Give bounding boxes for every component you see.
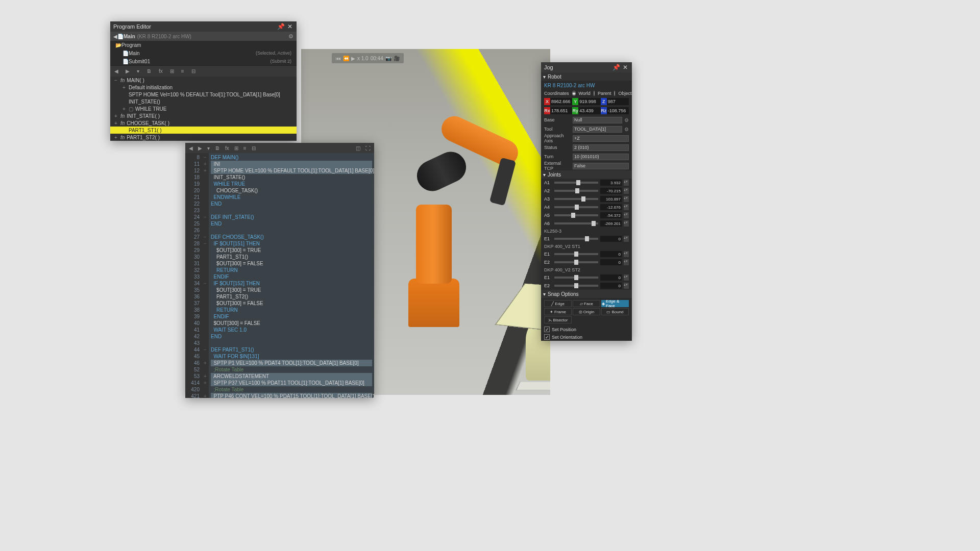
stepper-icon[interactable]: ▴▾ (624, 220, 629, 227)
joint-slider[interactable] (554, 238, 598, 240)
play-icon[interactable]: ▶ (351, 56, 355, 61)
nav-fwd-icon[interactable]: ▶ (124, 67, 132, 75)
program-subheader[interactable]: ◀ 📄 Main (KR 8 R2100-2 arc HW) ⚙ (110, 32, 297, 41)
pin-icon[interactable]: 📌 (612, 64, 620, 71)
joint-value[interactable]: 0 (600, 259, 622, 265)
joint-slider[interactable] (554, 253, 598, 255)
step-back-icon[interactable]: ⏪ (343, 56, 349, 61)
rewind-icon[interactable]: ⏮ (336, 56, 341, 61)
joint-value[interactable]: 0 (600, 274, 622, 281)
robot-model[interactable] (368, 126, 510, 330)
checkbox-icon[interactable]: ✓ (544, 334, 550, 340)
stepper-icon[interactable]: ▴▾ (624, 204, 629, 210)
joint-value[interactable]: -269.201 (600, 220, 622, 227)
program-editor-header[interactable]: Program Editor 📌 ✕ (110, 21, 297, 32)
tree-row[interactable]: INIT_STATE() (110, 98, 297, 105)
joint-value[interactable]: -70.215 (600, 188, 622, 194)
stepper-icon[interactable]: ▴▾ (624, 251, 629, 257)
doc-icon[interactable]: 🗎 (213, 145, 222, 152)
joint-slider[interactable] (554, 222, 598, 224)
nav-back-icon[interactable]: ◀ (112, 67, 120, 75)
snap-section-header[interactable]: ▾ Snap Options (541, 290, 632, 298)
close-icon[interactable]: ✕ (622, 64, 629, 71)
approach-dropdown[interactable]: +Z (573, 135, 629, 142)
joint-slider[interactable] (554, 206, 598, 208)
snap-edge[interactable]: ╱Edge (544, 300, 572, 307)
joint-value[interactable]: 0 (600, 236, 622, 242)
code-body[interactable]: 8111218192021222324252627282930313233343… (185, 153, 374, 398)
gear-icon[interactable]: ⚙ (624, 127, 629, 132)
tree-row[interactable]: −fnMAIN( ) (110, 77, 297, 84)
joint-slider[interactable] (554, 198, 598, 200)
status-dropdown[interactable]: 2 (010) (573, 144, 629, 151)
joint-slider[interactable] (554, 277, 598, 279)
tree-icon[interactable]: ⊞ (233, 145, 240, 152)
radio-world[interactable] (572, 91, 576, 96)
snap-bound[interactable]: ▭Bound (601, 308, 629, 315)
gear-icon[interactable]: ⚙ (624, 117, 629, 123)
dd-icon[interactable]: ▾ (206, 145, 211, 152)
turn-field[interactable]: 10 (001010) (573, 154, 629, 160)
stepper-icon[interactable]: ▴▾ (624, 236, 629, 242)
joint-slider[interactable] (554, 190, 598, 192)
jog-header[interactable]: Jog 📌 ✕ (541, 62, 632, 72)
x-value[interactable]: 8962.666 (550, 98, 572, 105)
snap-bisector[interactable]: ⋋Bisector (544, 316, 572, 323)
stepper-icon[interactable]: ▴▾ (624, 259, 629, 265)
tree-row[interactable]: +fnCHOOSE_TASK( ) (110, 119, 297, 127)
joints-section-header[interactable]: ▾ Joints (541, 170, 632, 179)
split-icon[interactable]: ◫ (354, 145, 362, 152)
joint-slider[interactable] (554, 214, 598, 216)
grid-icon[interactable]: ⊟ (250, 145, 257, 152)
z-value[interactable]: 987 (607, 98, 629, 105)
tree-row[interactable]: SPTP HOME Vel=100 % DEFAULT Tool[1]:TOOL… (110, 91, 297, 98)
max-icon[interactable]: ⛶ (364, 145, 372, 152)
snap-frame[interactable]: ✦Frame (544, 308, 572, 315)
pin-icon[interactable]: 📌 (277, 23, 284, 30)
close-icon[interactable]: ✕ (286, 23, 293, 30)
nav-fwd-icon[interactable]: ▶ (197, 145, 204, 152)
stepper-icon[interactable]: ▴▾ (624, 188, 629, 194)
program-submit-row[interactable]: 📄 Submit01 (Submit 2) (110, 57, 297, 65)
y-value[interactable]: 919.998 (578, 98, 600, 105)
rx-value[interactable]: 178.651 (550, 107, 572, 114)
tree-row[interactable]: +fnINIT_STATE( ) (110, 112, 297, 119)
tree-row[interactable]: +Default initialization (110, 84, 297, 91)
snap-face[interactable]: ▱Face (573, 300, 600, 307)
program-main-row[interactable]: 📄 Main (Selected, Active) (110, 49, 297, 57)
joint-value[interactable]: 0 (600, 251, 622, 257)
checkbox-icon[interactable]: ✓ (544, 327, 550, 332)
joint-slider[interactable] (554, 261, 598, 263)
joint-value[interactable]: 0 (600, 283, 622, 289)
record-icon[interactable]: 🎥 (394, 56, 400, 61)
gear-icon[interactable]: ⚙ (288, 33, 293, 40)
set-orientation-check[interactable]: ✓ Set Orientation (541, 333, 632, 341)
snap-origin[interactable]: ◎Origin (573, 308, 600, 315)
tool-dropdown[interactable]: TOOL_DATA[1] (573, 126, 622, 133)
tool-list-icon[interactable]: ≡ (179, 67, 186, 75)
joint-slider[interactable] (554, 182, 598, 184)
tree-row[interactable]: PART1_ST1( ) (110, 127, 297, 134)
robot-section-header[interactable]: ▾ Robot (541, 72, 632, 81)
snap-edge-face[interactable]: ◈Edge & Face (601, 300, 629, 307)
program-folder-row[interactable]: 📂 Program (110, 41, 297, 49)
stepper-icon[interactable]: ▴▾ (624, 196, 629, 202)
base-dropdown[interactable]: Null (573, 117, 622, 123)
set-position-check[interactable]: ✓ Set Position (541, 325, 632, 333)
tcp-dropdown[interactable]: False (573, 163, 629, 169)
tool-fold-icon[interactable]: ▾ (135, 67, 141, 75)
joint-value[interactable]: 3.932 (600, 180, 622, 186)
nav-back-icon[interactable]: ◀ (187, 145, 194, 152)
joint-value[interactable]: -12.676 (600, 204, 622, 210)
stepper-icon[interactable]: ▴▾ (624, 180, 629, 186)
code-text[interactable]: DEF MAIN() INI SPTP HOME VEL=100 % DEFAU… (209, 153, 374, 398)
fx-icon[interactable]: fx (224, 145, 231, 152)
tool-grid-icon[interactable]: ⊟ (189, 67, 198, 75)
tool-doc-icon[interactable]: 🗎 (144, 67, 154, 75)
joint-slider[interactable] (554, 285, 598, 287)
stepper-icon[interactable]: ▴▾ (624, 274, 629, 281)
fold-gutter[interactable]: −++−−−−−+++++++++++++ (202, 153, 209, 398)
joint-value[interactable]: -54.372 (600, 212, 622, 218)
list-icon[interactable]: ≡ (242, 145, 248, 152)
tool-fx-icon[interactable]: fx (157, 67, 165, 75)
